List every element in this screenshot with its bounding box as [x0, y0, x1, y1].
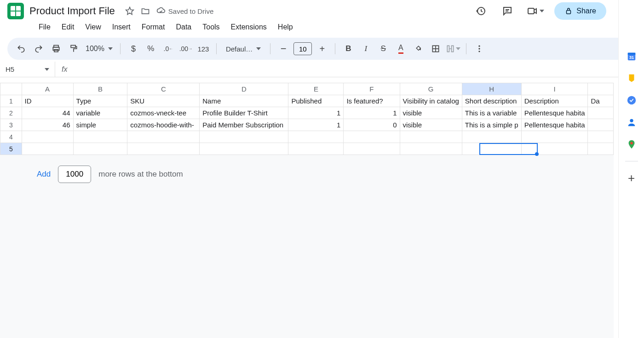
name-box[interactable]: H5 [0, 62, 55, 77]
decrease-font-button[interactable]: − [276, 41, 291, 56]
comments-icon[interactable] [498, 2, 517, 20]
font-size-input[interactable]: 10 [293, 42, 312, 55]
menu-format[interactable]: Format [137, 21, 170, 33]
cell[interactable]: Description [521, 95, 588, 107]
cell[interactable] [288, 143, 344, 155]
font-select[interactable]: Defaul… [222, 45, 264, 53]
move-folder-icon[interactable] [141, 6, 150, 16]
menu-extensions[interactable]: Extensions [226, 21, 271, 33]
cell[interactable]: 1 [288, 119, 344, 131]
cell[interactable]: ID [22, 95, 73, 107]
cell[interactable] [400, 131, 462, 143]
cell[interactable]: visible [400, 119, 462, 131]
cell[interactable]: 46 [22, 119, 73, 131]
cell[interactable]: 1 [344, 107, 400, 119]
more-toolbar-button[interactable] [472, 41, 487, 56]
star-icon[interactable] [125, 6, 134, 16]
redo-button[interactable] [31, 41, 46, 56]
increase-font-button[interactable]: + [315, 41, 329, 56]
text-color-button[interactable]: A [393, 41, 408, 56]
menu-data[interactable]: Data [171, 21, 196, 33]
fill-color-button[interactable] [411, 41, 426, 56]
col-header-A[interactable]: A [22, 83, 73, 95]
row-header[interactable]: 3 [0, 119, 22, 131]
italic-button[interactable]: I [358, 41, 373, 56]
cell[interactable] [588, 131, 614, 143]
menu-help[interactable]: Help [273, 21, 298, 33]
cell[interactable] [344, 131, 400, 143]
add-rows-button[interactable]: Add [37, 170, 51, 179]
drive-status[interactable]: Saved to Drive [156, 6, 213, 16]
cell[interactable] [521, 143, 588, 155]
select-all-cell[interactable] [0, 83, 22, 95]
row-header[interactable]: 2 [0, 107, 22, 119]
history-icon[interactable] [472, 2, 490, 20]
cell[interactable] [22, 131, 73, 143]
col-header-C[interactable]: C [127, 83, 200, 95]
cell[interactable] [462, 131, 521, 143]
menu-insert[interactable]: Insert [108, 21, 135, 33]
cell[interactable] [344, 143, 400, 155]
maps-icon[interactable] [626, 139, 637, 150]
menu-view[interactable]: View [80, 21, 105, 33]
cell[interactable]: cozmos-hoodie-with- [127, 119, 200, 131]
cell[interactable]: Published [288, 95, 344, 107]
meet-icon[interactable] [525, 2, 546, 20]
cell[interactable]: Da [588, 95, 614, 107]
format-percent-button[interactable]: % [144, 41, 158, 56]
cell[interactable] [521, 131, 588, 143]
cell[interactable] [462, 143, 521, 155]
col-header-G[interactable]: G [400, 83, 462, 95]
cell[interactable]: Pellentesque habita [521, 119, 588, 131]
menu-tools[interactable]: Tools [198, 21, 224, 33]
merge-cells-button[interactable] [446, 41, 460, 56]
cell[interactable]: Visibility in catalog [400, 95, 462, 107]
col-header-E[interactable]: E [288, 83, 344, 95]
tasks-icon[interactable] [626, 95, 637, 106]
cell[interactable] [127, 143, 200, 155]
col-header-I[interactable]: I [521, 83, 588, 95]
col-header-B[interactable]: B [73, 83, 127, 95]
menu-edit[interactable]: Edit [57, 21, 79, 33]
cell[interactable] [73, 131, 127, 143]
cell[interactable]: visible [400, 107, 462, 119]
cell[interactable]: Profile Builder T-Shirt [200, 107, 288, 119]
cell[interactable] [73, 143, 127, 155]
paint-format-button[interactable] [66, 41, 81, 56]
cell[interactable]: 1 [288, 107, 344, 119]
row-header[interactable]: 5 [0, 143, 22, 155]
col-header-D[interactable]: D [200, 83, 288, 95]
formula-bar[interactable] [74, 62, 644, 77]
cell[interactable]: 0 [344, 119, 400, 131]
decrease-decimal-button[interactable]: .0← [161, 41, 176, 56]
cell[interactable]: Is featured? [344, 95, 400, 107]
cell[interactable] [200, 131, 288, 143]
cell[interactable] [588, 119, 614, 131]
cell[interactable] [400, 143, 462, 155]
cell[interactable] [22, 143, 73, 155]
cell[interactable]: This is a variable [462, 107, 521, 119]
zoom-select[interactable]: 100% [84, 45, 115, 53]
print-button[interactable] [49, 41, 63, 56]
cell[interactable]: Name [200, 95, 288, 107]
share-button[interactable]: Share [554, 2, 606, 20]
cell[interactable]: Short description [462, 95, 521, 107]
col-header-F[interactable]: F [344, 83, 400, 95]
cell[interactable] [200, 143, 288, 155]
contacts-icon[interactable] [626, 117, 637, 128]
more-formats-button[interactable]: 123 [196, 41, 211, 56]
cell[interactable] [588, 107, 614, 119]
cell[interactable]: Paid Member Subscription [200, 119, 288, 131]
document-title[interactable]: Product Import File [29, 5, 115, 17]
sheets-logo[interactable] [7, 3, 24, 19]
col-header-H[interactable]: H [462, 83, 521, 95]
row-header[interactable]: 1 [0, 95, 22, 107]
increase-decimal-button[interactable]: .00→ [178, 41, 193, 56]
cell[interactable]: Pellentesque habita [521, 107, 588, 119]
bold-button[interactable]: B [341, 41, 356, 56]
row-header[interactable]: 4 [0, 131, 22, 143]
strikethrough-button[interactable]: S [376, 41, 391, 56]
col-header-J[interactable] [588, 83, 614, 95]
cell[interactable] [588, 143, 614, 155]
cell[interactable]: cozmos-vneck-tee [127, 107, 200, 119]
